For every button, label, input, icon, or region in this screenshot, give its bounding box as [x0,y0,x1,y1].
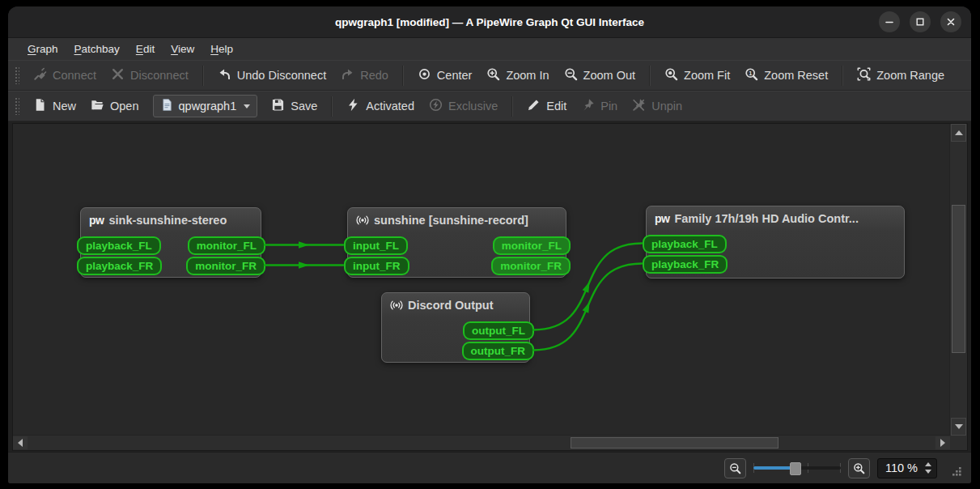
connection-wires [13,124,950,436]
edit-button[interactable]: Edit [520,94,574,118]
connection-arrow-icon [583,300,593,313]
horizontal-scrollbar[interactable] [13,435,950,450]
node-title: Family 17h/19h HD Audio Contr... [674,212,858,225]
save-button[interactable]: Save [264,94,325,118]
menu-patchbay[interactable]: Patchbay [66,40,128,57]
zoom-in-button[interactable]: Zoom In [479,63,556,87]
spinbox-arrows [923,461,933,475]
undo-disconnect-button[interactable]: Undo Disconnect [210,63,333,87]
node-header[interactable]: sunshine [sunshine-record] [348,208,566,230]
node-header[interactable]: pwFamily 17h/19h HD Audio Contr... [647,206,904,228]
zoom-spinbox[interactable]: 110 % [877,458,937,478]
node-sunshine[interactable]: sunshine [sunshine-record]input_FLinput_… [347,207,566,278]
port-output_FR[interactable]: output_FR [462,342,534,360]
close-button[interactable] [940,11,961,32]
scroll-up-icon [955,130,963,135]
port-input_FL[interactable]: input_FL [344,236,408,255]
port-playback_FR[interactable]: playback_FR [77,257,162,275]
undo-icon [218,67,231,83]
horizontal-scrollbar-thumb[interactable] [571,437,778,449]
pipewire-icon: pw [89,215,104,226]
port-playback_FR[interactable]: playback_FR [643,255,728,274]
node-header[interactable]: Discord Output [382,293,529,315]
port-monitor_FR[interactable]: monitor_FR [186,257,265,275]
zoom-reset-icon: 1 [745,67,758,83]
menu-help[interactable]: Help [202,40,241,57]
zoom-slider-handle[interactable] [790,462,801,475]
center-button[interactable]: Center [410,63,480,87]
toolbar-separator [511,96,513,117]
unpin-icon [632,98,646,114]
resize-grip[interactable] [949,464,965,483]
exclusive-button[interactable]: Exclusive [422,94,505,118]
node-sink[interactable]: pwsink-sunshine-stereoplayback_FLplaybac… [80,207,261,278]
zoom-value: 110 % [885,461,918,474]
new-button[interactable]: New [26,94,83,118]
port-output_FL[interactable]: output_FL [463,321,534,340]
connect-button[interactable]: Connect [26,63,104,87]
zoom-slider[interactable] [753,460,841,476]
scroll-right-button[interactable] [935,436,950,449]
open-icon [91,98,104,114]
graph-canvas[interactable]: pwsink-sunshine-stereoplayback_FLplaybac… [13,124,950,436]
maximize-button[interactable] [910,11,931,32]
port-monitor_FR[interactable]: monitor_FR [491,257,571,275]
toolbar-button-label: Connect [53,69,96,82]
save-icon [271,98,285,114]
port-monitor_FL[interactable]: monitor_FL [493,236,571,255]
zoom-out-icon [564,67,578,83]
zoom-reset-button[interactable]: 1Zoom Reset [737,63,835,87]
redo-button[interactable]: Redo [333,63,396,87]
statusbar: 110 % [8,452,971,483]
scroll-up-button[interactable] [951,124,966,142]
scroll-left-button[interactable] [13,436,28,449]
menu-view[interactable]: View [163,40,202,57]
toolbar-handle[interactable] [15,66,19,84]
statusbar-zoom-in-button[interactable] [848,458,870,478]
titlebar[interactable]: qpwgraph1 [modified] — A PipeWire Graph … [8,6,971,38]
menu-graph[interactable]: Graph [19,40,66,57]
scrollbar-corner [950,436,967,450]
unpin-button[interactable]: Unpin [625,94,689,118]
new-icon [33,98,47,114]
redo-icon [341,67,354,83]
graph-canvas-frame: pwsink-sunshine-stereoplayback_FLplaybac… [12,123,968,451]
vertical-scrollbar-thumb[interactable] [952,205,965,353]
minimize-button[interactable] [879,11,900,32]
toolbar-graph: ConnectDisconnectUndo DisconnectRedoCent… [8,60,971,91]
port-playback_FL[interactable]: playback_FL [643,235,727,253]
pin-button[interactable]: Pin [574,94,625,118]
menu-edit[interactable]: Edit [128,40,163,57]
vertical-scrollbar[interactable] [949,124,967,436]
toolbar-separator [202,66,204,86]
port-playback_FL[interactable]: playback_FL [77,236,161,255]
activated-button[interactable]: Activated [339,94,422,118]
zoom-range-icon [857,67,871,83]
file-icon [160,98,174,114]
zoom-out-icon [729,462,741,474]
zoom-fit-button[interactable]: Zoom Fit [657,63,737,87]
exclusive-icon [429,98,443,114]
node-family[interactable]: pwFamily 17h/19h HD Audio Contr...playba… [646,206,905,279]
spin-up-icon[interactable] [925,462,931,466]
zoom-in-icon [486,67,500,83]
zoom-range-button[interactable]: Zoom Range [850,63,952,87]
port-monitor_FL[interactable]: monitor_FL [188,236,265,255]
toolbar-button-label: Exclusive [448,100,498,113]
toolbar-button-label: Zoom Fit [684,69,730,82]
node-header[interactable]: pwsink-sunshine-stereo [81,208,261,230]
zoom-out-button[interactable]: Zoom Out [557,63,643,87]
scroll-down-button[interactable] [951,418,966,436]
disconnect-button[interactable]: Disconnect [104,63,196,87]
open-button[interactable]: Open [83,94,146,118]
spin-down-icon[interactable] [925,470,931,474]
toolbar-handle[interactable] [15,97,19,115]
port-input_FR[interactable]: input_FR [344,257,409,275]
toolbar-button-label: New [53,100,76,113]
zoom-slider-fill [753,466,795,470]
statusbar-zoom-out-button[interactable] [724,458,746,478]
toolbar-button-label: Pin [600,100,617,113]
patchbay-profile-select[interactable]: qpwgraph1 [153,95,258,117]
node-discord[interactable]: Discord Outputoutput_FLoutput_FR [381,292,530,363]
toolbar-button-label: Activated [366,100,414,113]
